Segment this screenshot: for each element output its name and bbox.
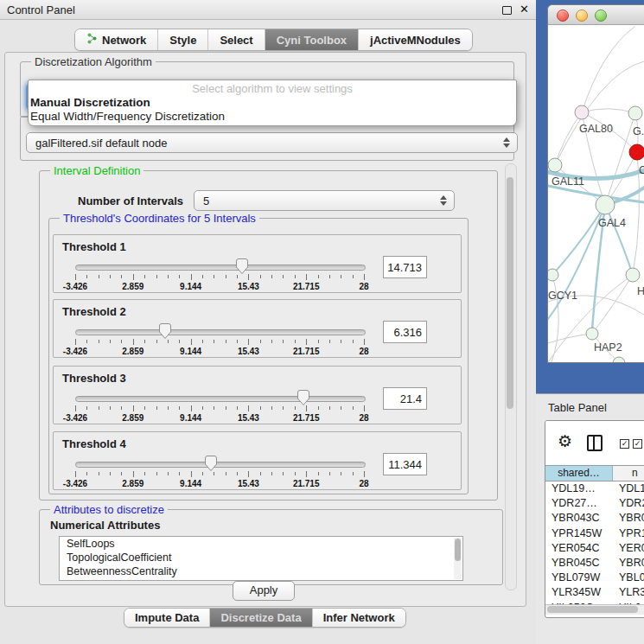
tab-network[interactable]: Network [75, 29, 157, 50]
network-node[interactable] [548, 158, 562, 172]
cell-shared-name[interactable]: YER054C [545, 541, 612, 556]
threshold-slider[interactable]: -3.4262.8599.14415.4321.71528 [75, 322, 364, 357]
tab-select[interactable]: Select [207, 29, 264, 50]
stepper-arrows-icon [503, 137, 510, 148]
network-node[interactable] [613, 357, 625, 362]
slider-handle[interactable] [158, 322, 172, 340]
float-window-icon[interactable] [502, 6, 512, 15]
network-canvas[interactable]: GAL80G.GAL11CGAL4GCY1HHAP2 [548, 25, 644, 362]
cell-shared-name[interactable]: YPR145W [545, 526, 612, 541]
gear-icon[interactable]: ⚙ [558, 433, 572, 450]
network-edge[interactable] [582, 109, 635, 113]
network-node[interactable] [626, 268, 640, 282]
scrollbar-thumb[interactable] [455, 539, 461, 561]
network-node[interactable] [596, 195, 615, 214]
table-row[interactable]: YBR045CYBR0 [545, 556, 644, 571]
column-layout-icon[interactable] [587, 435, 603, 451]
cell-shared-name[interactable]: YBR043C [545, 511, 612, 526]
cell-shared-name[interactable]: YDR27… [545, 496, 612, 511]
cell-name[interactable]: YPR1 [612, 526, 644, 541]
slider-track[interactable] [75, 462, 366, 468]
number-of-intervals-combobox[interactable]: 5 [194, 190, 455, 211]
network-edge-highlighted[interactable] [548, 205, 605, 319]
cell-name[interactable]: YBR0 [612, 511, 644, 526]
threshold-value-field[interactable]: 6.316 [383, 321, 427, 343]
threshold-value-field[interactable]: 21.4 [383, 387, 427, 410]
network-node[interactable] [575, 105, 589, 119]
slider-handle[interactable] [204, 455, 218, 472]
threshold-slider[interactable]: -3.4262.8599.14415.4321.71528 [75, 389, 364, 424]
minimize-traffic-light-icon[interactable] [576, 10, 588, 22]
network-edge[interactable] [582, 27, 634, 112]
column-header-shared-name[interactable]: shared… [545, 466, 613, 481]
close-icon[interactable]: ✕ [520, 3, 529, 16]
threshold-1-row: Threshold 1 -3.4262.8599.14415.4321.7152… [53, 234, 462, 293]
column-header-name[interactable]: n [613, 466, 644, 481]
table-row[interactable]: YBR043CYBR0 [545, 511, 644, 526]
network-node[interactable] [628, 106, 642, 120]
network-node[interactable] [629, 144, 644, 160]
threshold-value-field[interactable]: 14.713 [383, 256, 427, 278]
scrollbar-thumb[interactable] [547, 606, 638, 613]
cell-name[interactable]: YER0 [612, 541, 644, 556]
node-label-gal11: GAL11 [552, 175, 584, 188]
network-edge-highlighted[interactable] [548, 186, 644, 202]
zoom-traffic-light-icon[interactable] [595, 10, 607, 22]
close-traffic-light-icon[interactable] [557, 10, 569, 22]
cell-shared-name[interactable]: YBL079W [545, 571, 612, 585]
tick [295, 406, 296, 410]
table-row[interactable]: YBL079WYBL0 [545, 571, 644, 585]
slider-track[interactable] [75, 396, 366, 402]
table-data-combobox[interactable]: galFiltered.sif default node [26, 132, 518, 153]
tab-infer-network[interactable]: Infer Network [312, 609, 405, 627]
slider-handle[interactable] [235, 258, 249, 275]
cell-name[interactable]: YDL1 [612, 481, 644, 496]
table-row[interactable]: YPR145WYPR1 [545, 526, 644, 541]
network-node[interactable] [548, 269, 558, 281]
network-edge-highlighted[interactable] [605, 205, 633, 275]
slider-handle[interactable] [296, 389, 310, 406]
dropdown-option-manual-discretization[interactable]: Manual Discretization [30, 96, 150, 109]
group-title: Interval Definition [50, 164, 143, 177]
cell-name[interactable]: YBR0 [612, 556, 644, 571]
cell-name[interactable]: YLR3 [612, 585, 644, 600]
threshold-slider[interactable]: -3.4262.8599.14415.4321.71528 [75, 455, 364, 489]
cell-name[interactable]: YDR2 [612, 496, 644, 511]
tick [133, 274, 134, 280]
table-row[interactable]: YDL19…YDL1 [545, 481, 644, 496]
tick [144, 275, 145, 278]
dropdown-option-equal-width-frequency[interactable]: Equal Width/Frequency Discretization [30, 110, 225, 123]
tab-impute-data[interactable]: Impute Data [124, 609, 209, 627]
tab-style[interactable]: Style [157, 29, 207, 50]
checkbox-icon[interactable]: ✓ [620, 439, 629, 449]
slider-track[interactable] [75, 329, 366, 335]
apply-button[interactable]: Apply [233, 581, 295, 601]
network-node[interactable] [586, 328, 598, 340]
tab-discretize-data[interactable]: Discretize Data [209, 609, 311, 627]
attribute-list-item[interactable]: BetweennessCentrality [60, 564, 462, 578]
cell-shared-name[interactable]: YDL19… [545, 481, 612, 496]
tab-cyni-toolbox[interactable]: Cyni Toolbox [265, 29, 358, 50]
checkbox-icon[interactable]: ✓ [633, 439, 642, 449]
table-horizontal-scrollbar[interactable] [545, 604, 644, 615]
slider-track[interactable] [75, 265, 366, 271]
cell-shared-name[interactable]: YBR045C [545, 556, 612, 571]
cell-shared-name[interactable]: YLR345W [545, 585, 612, 600]
content-scrollbar[interactable] [505, 163, 517, 590]
threshold-slider[interactable]: -3.4262.8599.14415.4321.71528 [75, 258, 364, 292]
list-scrollbar[interactable] [454, 538, 462, 579]
attribute-list-item[interactable]: SelfLoops [60, 537, 462, 551]
network-edge[interactable] [592, 275, 633, 334]
table-row[interactable]: YDR27…YDR2 [545, 496, 644, 511]
scrollbar-thumb[interactable] [507, 177, 513, 409]
numerical-attributes-list[interactable]: SelfLoopsTopologicalCoefficientBetweenne… [59, 536, 463, 581]
tick [110, 406, 111, 410]
table-row[interactable]: YLR345WYLR3 [545, 585, 644, 600]
table-row[interactable]: YER054CYER0 [545, 541, 644, 556]
threshold-value-field[interactable]: 11.344 [383, 453, 427, 475]
cell-name[interactable]: YBL0 [612, 571, 644, 585]
attribute-list-item[interactable]: TopologicalCoefficient [60, 551, 462, 564]
network-edge[interactable] [548, 334, 592, 343]
node-label-h: H [637, 285, 644, 297]
tab-jactivemnodules[interactable]: jActiveMNodules [358, 29, 472, 50]
